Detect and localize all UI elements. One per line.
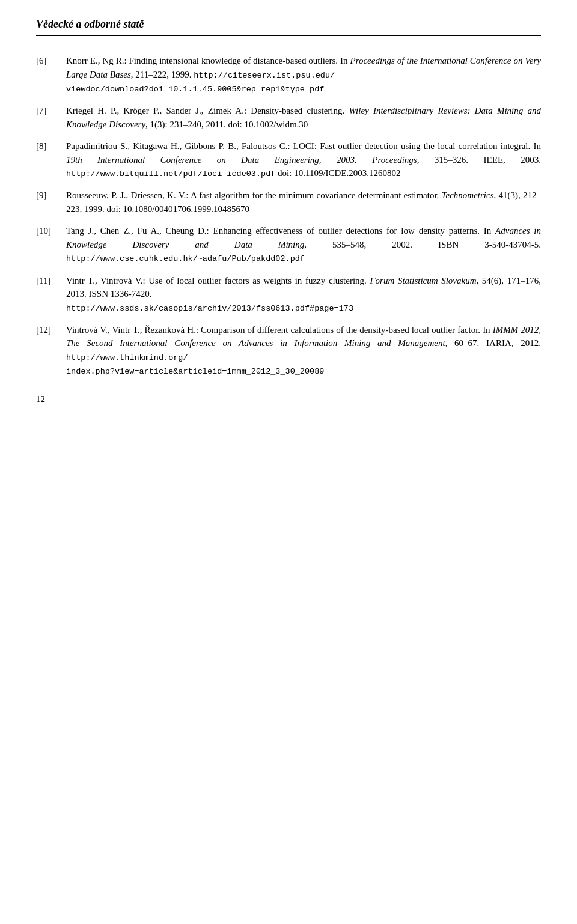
page-header: Vědecké a odborné statě xyxy=(36,18,541,36)
ref-number-9: [9] xyxy=(36,189,66,216)
ref-content-12: Vintrová V., Vintr T., Řezanková H.: Com… xyxy=(66,323,541,378)
list-item: [12] Vintrová V., Vintr T., Řezanková H.… xyxy=(36,323,541,378)
page-title: Vědecké a odborné statě xyxy=(36,18,541,31)
list-item: [11] Vintr T., Vintrová V.: Use of local… xyxy=(36,274,541,315)
list-item: [9] Rousseeuw, P. J., Driessen, K. V.: A… xyxy=(36,189,541,216)
list-item: [7] Kriegel H. P., Kröger P., Sander J.,… xyxy=(36,104,541,131)
ref-content-10: Tang J., Chen Z., Fu A., Cheung D.: Enha… xyxy=(66,224,541,265)
ref-number-11: [11] xyxy=(36,274,66,315)
ref-content-6: Knorr E., Ng R.: Finding intensional kno… xyxy=(66,54,541,96)
ref-content-9: Rousseeuw, P. J., Driessen, K. V.: A fas… xyxy=(66,189,541,216)
page-container: Vědecké a odborné statě [6] Knorr E., Ng… xyxy=(0,0,577,422)
ref-number-12: [12] xyxy=(36,323,66,378)
ref-number-10: [10] xyxy=(36,224,66,265)
list-item: [10] Tang J., Chen Z., Fu A., Cheung D.:… xyxy=(36,224,541,265)
list-item: [6] Knorr E., Ng R.: Finding intensional… xyxy=(36,54,541,96)
ref-content-8: Papadimitriou S., Kitagawa H., Gibbons P… xyxy=(66,139,541,180)
list-item: [8] Papadimitriou S., Kitagawa H., Gibbo… xyxy=(36,139,541,180)
ref-number-6: [6] xyxy=(36,54,66,96)
page-footer: 12 xyxy=(36,394,45,404)
ref-content-11: Vintr T., Vintrová V.: Use of local outl… xyxy=(66,274,541,315)
ref-number-8: [8] xyxy=(36,139,66,180)
ref-number-7: [7] xyxy=(36,104,66,131)
page-number: 12 xyxy=(36,394,45,404)
ref-content-7: Kriegel H. P., Kröger P., Sander J., Zim… xyxy=(66,104,541,131)
references-section: [6] Knorr E., Ng R.: Finding intensional… xyxy=(36,54,541,378)
